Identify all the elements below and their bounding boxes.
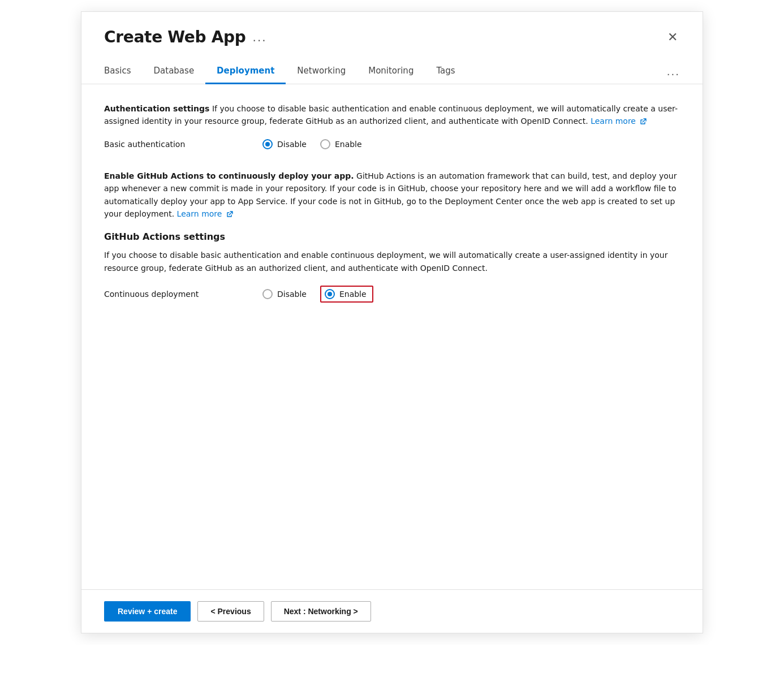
github-learn-more-link[interactable]: Learn more <box>177 209 222 218</box>
basic-auth-enable-label: Enable <box>335 140 362 149</box>
auth-settings-description: Authentication settings If you choose to… <box>104 102 680 128</box>
continuous-deployment-label: Continuous deployment <box>104 290 262 299</box>
basic-auth-field-row: Basic authentication Disable Enable <box>104 139 680 149</box>
continuous-deployment-enable-radio[interactable] <box>325 289 335 299</box>
tab-tags[interactable]: Tags <box>425 60 466 84</box>
basic-auth-label: Basic authentication <box>104 140 262 149</box>
tab-monitoring[interactable]: Monitoring <box>357 60 425 84</box>
basic-auth-disable-label: Disable <box>277 140 307 149</box>
github-actions-section: Enable GitHub Actions to continuously de… <box>104 170 680 303</box>
basic-auth-disable-radio[interactable] <box>262 139 273 149</box>
continuous-deployment-disable-radio[interactable] <box>262 289 273 299</box>
close-button[interactable]: ✕ <box>665 29 680 46</box>
ext-link-icon <box>640 118 647 125</box>
dialog-header: Create Web App ... ✕ <box>81 12 703 46</box>
create-web-app-dialog: Create Web App ... ✕ Basics Database Dep… <box>81 11 703 633</box>
auth-settings-bold: Authentication settings <box>104 104 209 113</box>
continuous-deployment-disable-label: Disable <box>277 290 307 299</box>
dialog-title: Create Web App <box>104 28 246 46</box>
continuous-deployment-field-row: Continuous deployment Disable Enable <box>104 286 680 303</box>
auth-learn-more-link[interactable]: Learn more <box>591 116 636 126</box>
github-actions-settings: GitHub Actions settings If you choose to… <box>104 231 680 303</box>
basic-auth-radio-group: Disable Enable <box>262 139 362 149</box>
review-create-button[interactable]: Review + create <box>104 601 191 622</box>
basic-auth-enable-radio[interactable] <box>320 139 330 149</box>
github-actions-bold: Enable GitHub Actions to continuously de… <box>104 171 354 180</box>
basic-auth-disable-option[interactable]: Disable <box>262 139 307 149</box>
dialog-footer: Review + create < Previous Next : Networ… <box>81 589 703 633</box>
next-button[interactable]: Next : Networking > <box>271 601 371 622</box>
tabs-bar: Basics Database Deployment Networking Mo… <box>81 46 703 84</box>
continuous-deployment-disable-option[interactable]: Disable <box>262 289 307 299</box>
tabs-more-icon[interactable]: ... <box>660 60 680 84</box>
continuous-deployment-radio-group: Disable Enable <box>262 286 373 303</box>
tab-database[interactable]: Database <box>143 60 206 84</box>
github-settings-description: If you choose to disable basic authentic… <box>104 249 680 274</box>
previous-button[interactable]: < Previous <box>197 601 264 622</box>
tab-deployment[interactable]: Deployment <box>205 60 286 84</box>
tab-networking[interactable]: Networking <box>286 60 357 84</box>
tab-basics[interactable]: Basics <box>104 60 143 84</box>
github-ext-link-icon <box>226 211 233 218</box>
github-settings-title: GitHub Actions settings <box>104 231 680 242</box>
continuous-deployment-enable-label: Enable <box>339 290 367 299</box>
github-actions-description: Enable GitHub Actions to continuously de… <box>104 170 680 221</box>
main-content: Authentication settings If you choose to… <box>81 84 703 589</box>
auth-settings-section: Authentication settings If you choose to… <box>104 102 680 149</box>
continuous-deployment-enable-option[interactable]: Enable <box>320 286 373 303</box>
basic-auth-enable-option[interactable]: Enable <box>320 139 362 149</box>
header-more-icon[interactable]: ... <box>253 31 267 44</box>
header-left: Create Web App ... <box>104 28 267 46</box>
